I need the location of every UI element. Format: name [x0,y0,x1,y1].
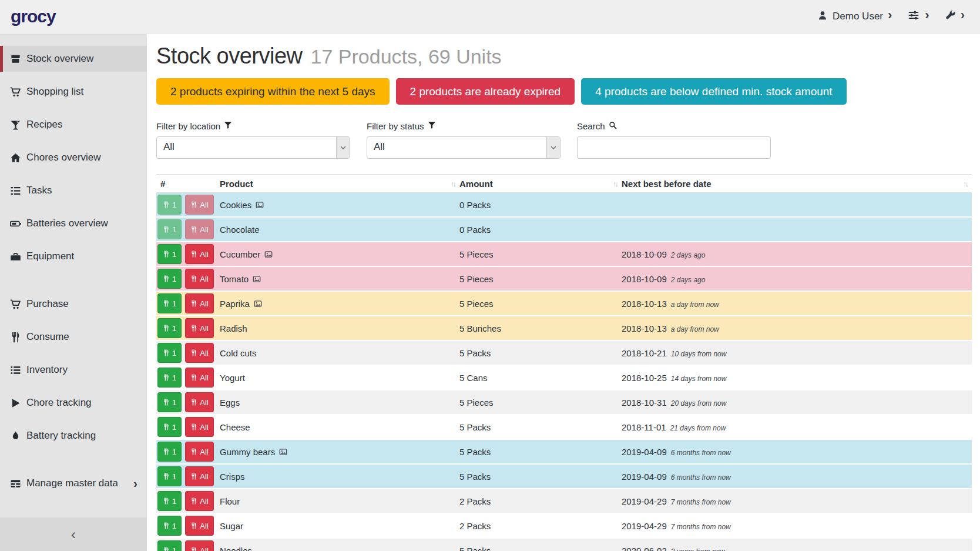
sidebar-item-shopping-list[interactable]: Shopping list [0,79,147,105]
consume-one-button[interactable]: 1 [157,368,182,388]
sidebar-item-stock-overview[interactable]: Stock overview [0,46,147,72]
best-before-note: 14 days from now [671,375,727,383]
sidebar-item-purchase[interactable]: Purchase [0,291,147,317]
sidebar-item-recipes[interactable]: Recipes [0,112,147,138]
app-logo[interactable]: grocy [11,6,56,26]
product-name: Sugar [220,521,243,531]
utensils-icon [163,374,170,381]
consume-one-button[interactable]: 1 [157,516,182,536]
picture-icon[interactable] [253,275,261,283]
table-row: 1 All Radish 5 Bunches 2018-10-13 a day … [156,316,972,341]
product-name: Tomato [220,274,249,284]
column-header-amount[interactable]: Amount ↑↓ [459,179,622,189]
consume-one-button[interactable]: 1 [157,540,182,551]
admin-menu[interactable]: › [945,10,965,24]
filter-icon [428,121,436,131]
sort-icon[interactable]: ↑↓ [451,179,455,188]
utensils-icon [190,547,197,551]
sidebar-item-label: Recipes [26,119,62,131]
picture-icon[interactable] [254,300,262,308]
sidebar-collapse-button[interactable]: ‹ [0,517,147,551]
consume-all-button[interactable]: All [185,491,213,511]
consume-all-button[interactable]: All [185,516,213,536]
consume-all-button[interactable]: All [185,219,213,239]
status-filter-select[interactable]: All [367,136,561,159]
consume-one-button[interactable]: 1 [157,442,182,462]
sidebar-item-batteries-overview[interactable]: Batteries overview [0,211,147,236]
consume-all-button[interactable]: All [185,318,213,338]
consume-all-button[interactable]: All [185,392,213,412]
consume-one-button[interactable]: 1 [157,392,182,412]
location-filter-label: Filter by location [156,121,350,131]
sidebar-item-consume[interactable]: Consume [0,324,147,350]
sidebar-item-chores-overview[interactable]: Chores overview [0,145,147,171]
consume-one-button[interactable]: 1 [157,417,182,437]
consume-one-button[interactable]: 1 [157,491,182,511]
best-before-note: 7 months from now [671,523,731,531]
consume-one-button[interactable]: 1 [157,269,182,289]
amount-value: 5 Pieces [459,249,622,259]
table-row: 1 All Cheese 5 Packs 2018-11-01 21 days … [156,415,972,440]
chevron-right-icon: › [888,9,892,22]
consume-all-button[interactable]: All [185,195,213,215]
user-icon [817,10,828,23]
picture-icon[interactable] [279,448,287,456]
best-before-date: 2018-10-09 [622,249,667,259]
user-menu[interactable]: Demo User › [817,10,892,23]
best-before-note: 10 days from now [671,350,727,358]
expired-alert[interactable]: 2 products are already expired [396,78,575,105]
product-name: Cold cuts [220,348,257,358]
picture-icon[interactable] [256,201,264,209]
sort-icon[interactable]: ↑↓ [613,179,617,188]
consume-one-button[interactable]: 1 [157,244,182,264]
search-input[interactable] [577,136,771,159]
utensils-icon [163,547,170,551]
consume-one-button[interactable]: 1 [157,219,182,239]
sidebar-item-label: Tasks [26,185,52,196]
home-icon [9,152,21,163]
amount-value: 5 Packs [459,472,622,482]
column-header-product[interactable]: Product ↑↓ [220,179,459,189]
utensils-icon [163,473,170,480]
sidebar-item-battery-tracking[interactable]: Battery tracking [0,423,147,449]
sidebar-item-label: Batteries overview [26,218,108,229]
sidebar-item-equipment[interactable]: Equipment [0,243,147,269]
consume-one-button[interactable]: 1 [157,195,182,215]
page-subtitle: 17 Products, 69 Units [311,45,502,68]
status-filter-label: Filter by status [367,121,561,131]
sort-icon[interactable]: ↑↓ [963,179,967,188]
list-icon [9,364,21,376]
consume-all-button[interactable]: All [185,417,213,437]
utensils-icon [190,522,197,529]
consume-all-button[interactable]: All [185,368,213,388]
best-before-note: 21 days from now [670,424,726,432]
settings-menu[interactable]: › [907,9,929,24]
consume-one-button[interactable]: 1 [157,293,182,313]
table-row: 1 All Paprika 5 Pieces 2018-10-13 a day … [156,292,972,316]
location-filter-select[interactable]: All [156,136,350,159]
consume-all-button[interactable]: All [185,442,213,462]
consume-all-button[interactable]: All [185,269,213,289]
sidebar-item-manage-master-data[interactable]: Manage master data› [0,470,147,496]
sidebar-item-inventory[interactable]: Inventory [0,357,147,383]
picture-icon[interactable] [264,251,273,258]
consume-one-button[interactable]: 1 [157,343,182,363]
expiring-alert[interactable]: 2 products expiring within the next 5 da… [156,78,390,105]
consume-one-button[interactable]: 1 [157,466,182,486]
page-title: Stock overview [156,44,303,69]
product-name: Cheese [220,422,250,432]
column-header-date[interactable]: Next best before date ↑↓ [622,179,972,189]
consume-all-button[interactable]: All [185,293,213,313]
consume-all-button[interactable]: All [185,466,213,486]
consume-one-button[interactable]: 1 [157,318,182,338]
sidebar-item-chore-tracking[interactable]: Chore tracking [0,390,147,416]
sidebar-item-tasks[interactable]: Tasks [0,178,147,203]
product-name: Flour [220,496,240,506]
product-name: Yogurt [220,373,245,383]
consume-all-button[interactable]: All [185,540,213,551]
consume-all-button[interactable]: All [185,244,213,264]
utensils-icon [190,399,197,406]
table-row: 1 All Cold cuts 5 Packs 2018-10-21 10 da… [156,341,972,366]
below-min-stock-alert[interactable]: 4 products are below defined min. stock … [581,78,846,105]
consume-all-button[interactable]: All [185,343,213,363]
